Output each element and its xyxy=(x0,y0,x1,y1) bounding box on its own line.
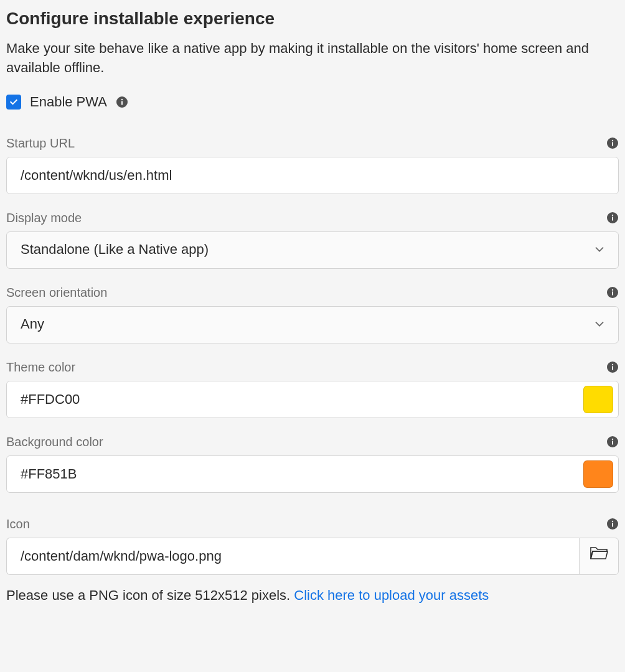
svg-point-2 xyxy=(121,99,123,100)
startup-url-label: Startup URL xyxy=(6,134,75,152)
page-title: Configure installable experience xyxy=(6,6,619,30)
svg-rect-19 xyxy=(612,523,613,526)
theme-color-label: Theme color xyxy=(6,358,75,376)
background-color-input[interactable] xyxy=(21,466,583,482)
svg-rect-16 xyxy=(612,441,613,444)
page-subtitle: Make your site behave like a native app … xyxy=(6,39,619,78)
svg-rect-13 xyxy=(612,366,613,370)
svg-point-20 xyxy=(612,520,613,521)
svg-point-5 xyxy=(612,139,613,141)
info-icon[interactable] xyxy=(606,137,619,149)
info-icon[interactable] xyxy=(606,361,619,373)
svg-point-11 xyxy=(612,289,613,290)
info-icon[interactable] xyxy=(116,96,128,108)
svg-rect-7 xyxy=(612,217,613,220)
display-mode-value: Standalone (Like a Native app) xyxy=(21,240,209,259)
screen-orientation-select[interactable]: Any xyxy=(6,306,619,343)
screen-orientation-label: Screen orientation xyxy=(6,284,107,301)
info-icon[interactable] xyxy=(606,286,619,299)
svg-rect-10 xyxy=(612,291,613,295)
svg-rect-1 xyxy=(121,101,123,105)
theme-color-swatch[interactable] xyxy=(583,386,613,413)
chevron-down-icon xyxy=(594,315,604,334)
chevron-down-icon xyxy=(594,240,604,259)
folder-open-icon xyxy=(590,545,608,567)
display-mode-label: Display mode xyxy=(6,209,82,226)
info-icon[interactable] xyxy=(606,436,619,448)
svg-point-17 xyxy=(612,438,613,439)
theme-color-input[interactable] xyxy=(21,391,583,408)
icon-hint: Please use a PNG icon of size 512x512 pi… xyxy=(6,586,619,605)
background-color-label: Background color xyxy=(6,433,103,450)
screen-orientation-value: Any xyxy=(21,315,44,334)
icon-label: Icon xyxy=(6,515,30,533)
svg-rect-4 xyxy=(612,142,613,146)
svg-point-8 xyxy=(612,214,613,215)
display-mode-select[interactable]: Standalone (Like a Native app) xyxy=(6,231,619,269)
info-icon[interactable] xyxy=(606,518,619,530)
enable-pwa-label: Enable PWA xyxy=(30,93,107,112)
background-color-swatch[interactable] xyxy=(583,460,613,488)
icon-hint-text: Please use a PNG icon of size 512x512 pi… xyxy=(6,587,294,603)
icon-path-input[interactable] xyxy=(6,538,579,575)
enable-pwa-checkbox[interactable] xyxy=(6,95,21,110)
svg-point-14 xyxy=(612,363,613,365)
info-icon[interactable] xyxy=(606,212,619,224)
upload-assets-link[interactable]: Click here to upload your assets xyxy=(294,587,489,603)
startup-url-input[interactable] xyxy=(6,157,619,194)
browse-folder-button[interactable] xyxy=(579,538,619,575)
